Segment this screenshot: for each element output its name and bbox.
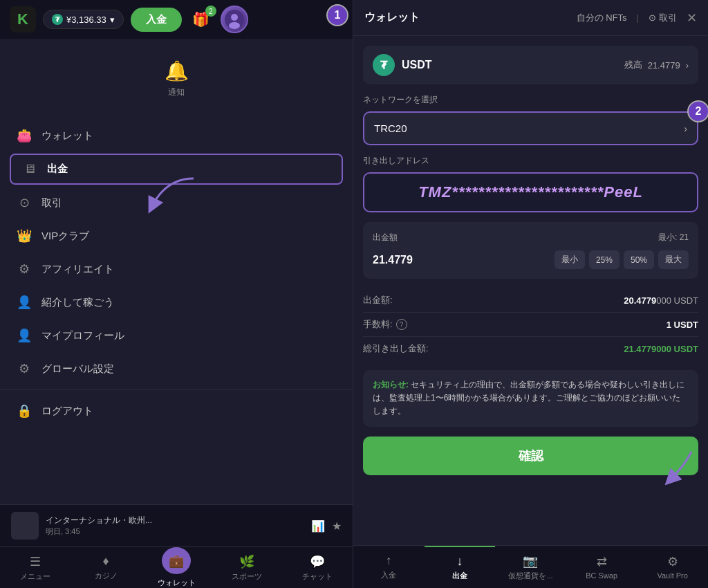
- rnav-deposit[interactable]: ↑ 入金: [353, 546, 425, 588]
- right-panel: ウォレット 自分の NFTs | ⊙ 取引 ✕ ₮ USDT 残高 21.477…: [353, 0, 708, 588]
- avatar[interactable]: [221, 6, 248, 33]
- crypto-nav-icon: 📷: [523, 553, 538, 569]
- notice-box: お知らせ: セキュリティ上の理由で、出金額が多額である場合や疑わしい引き出しには…: [363, 370, 698, 427]
- chat-nav-icon: 💬: [310, 554, 325, 569]
- fee-label: 手数料: ?: [363, 318, 407, 331]
- nav-casino[interactable]: ♦ カジノ: [71, 547, 141, 588]
- notification-area: 🔔 通知: [0, 39, 353, 112]
- network-value: TRC20: [374, 122, 407, 134]
- menu-nav-icon: ☰: [30, 554, 41, 569]
- trade-icon: ⊙: [17, 195, 32, 210]
- right-content: ₮ USDT 残高 21.4779 › ネットワークを選択 TRC20 › 2 …: [353, 36, 708, 545]
- game-bar: インターナショナル・欧州... 明日, 3:45 📊 ★: [0, 504, 353, 546]
- vault-nav-icon: ⚙: [667, 554, 678, 569]
- nav-wallet[interactable]: 💼 ウォレット: [141, 547, 212, 588]
- 25pct-button[interactable]: 25%: [589, 250, 620, 269]
- left-panel: K ₮ ¥3,136.33 ▾ 入金 🎁 2 1 🔔 通知 👛 ウォレット 🖥 …: [0, 0, 353, 588]
- balance-label: 残高: [624, 59, 642, 71]
- star-icon: ★: [332, 520, 342, 533]
- max-button[interactable]: 最大: [658, 250, 689, 269]
- menu-item-logout[interactable]: 🔒 ログアウト: [0, 394, 353, 428]
- total-value: 21.4779000 USDT: [624, 344, 698, 354]
- withdraw-nav-icon: ↓: [456, 554, 463, 569]
- right-bottom-nav: ↑ 入金 ↓ 出金 📷 仮想通貨を... ⇄ BC Swap ⚙ Vault P…: [353, 545, 708, 588]
- amount-label: 出金額: [373, 232, 398, 244]
- confirm-btn-wrap: 確認: [363, 437, 698, 475]
- bcswap-nav-icon: ⇄: [597, 554, 607, 569]
- fee-info-icon[interactable]: ?: [396, 319, 407, 330]
- summary-section: 出金額: 20.4779000 USDT 手数料: ? 1 USDT 総引き出し…: [363, 288, 698, 360]
- menu-item-settings[interactable]: ⚙ グローバル設定: [0, 352, 353, 385]
- vip-icon: 👑: [17, 228, 32, 244]
- rnav-bcswap[interactable]: ⇄ BC Swap: [566, 546, 637, 588]
- gift-badge: 2: [205, 6, 216, 17]
- 50pct-button[interactable]: 50%: [624, 250, 654, 269]
- trade-link[interactable]: ⊙ 取引: [649, 12, 677, 24]
- deposit-button[interactable]: 入金: [131, 8, 182, 32]
- chevron-right-icon: ›: [686, 60, 689, 71]
- currency-name: USDT: [402, 59, 432, 71]
- gift-icon[interactable]: 🎁 2: [189, 7, 214, 32]
- usdt-row[interactable]: ₮ USDT 残高 21.4779 ›: [363, 46, 698, 84]
- right-header: ウォレット 自分の NFTs | ⊙ 取引 ✕: [353, 0, 708, 36]
- address-value: TMZ***********************PeeL: [418, 183, 643, 201]
- network-label: ネットワークを選択: [363, 94, 698, 106]
- game-time: 明日, 3:45: [46, 526, 152, 537]
- close-button[interactable]: ✕: [687, 10, 697, 26]
- tether-icon: ₮: [373, 54, 395, 76]
- right-panel-title: ウォレット: [364, 10, 420, 25]
- wallet-nav-icon: 💼: [162, 547, 191, 574]
- fee-row: 手数料: ? 1 USDT: [363, 313, 698, 337]
- svg-point-2: [229, 22, 240, 29]
- address-field[interactable]: TMZ***********************PeeL: [363, 172, 698, 212]
- deposit-nav-icon: ↑: [386, 553, 392, 568]
- game-thumbnail: [11, 512, 39, 540]
- withdrawal-value: 20.4779000 USDT: [624, 295, 698, 306]
- annotation-circle-1: 1: [326, 4, 348, 26]
- logo-icon[interactable]: K: [10, 6, 36, 33]
- menu-item-profile[interactable]: 👤 マイプロフィール: [0, 319, 353, 352]
- referral-icon: 👤: [17, 295, 32, 310]
- game-title: インターナショナル・欧州...: [46, 515, 152, 526]
- amount-section: 出金額 最小: 21 21.4779 最小 25% 50% 最大: [363, 222, 698, 279]
- bottom-nav: ☰ メニュー ♦ カジノ 💼 ウォレット 🌿 スポーツ 💬 チャット: [0, 546, 353, 588]
- chart-icon: 📊: [311, 520, 325, 533]
- min-label: 最小: 21: [658, 232, 689, 244]
- nav-chat[interactable]: 💬 チャット: [282, 547, 353, 588]
- menu-item-wallet[interactable]: 👛 ウォレット: [0, 119, 353, 152]
- top-bar: K ₮ ¥3,136.33 ▾ 入金 🎁 2: [0, 0, 353, 39]
- rnav-vault[interactable]: ⚙ Vault Pro: [637, 546, 708, 588]
- total-row: 総引き出し金額: 21.4779000 USDT: [363, 337, 698, 360]
- notice-bold: お知らせ:: [373, 380, 409, 389]
- nft-link[interactable]: 自分の NFTs: [577, 12, 627, 24]
- arrow-annotation-1: [124, 172, 207, 230]
- nav-sports[interactable]: 🌿 スポーツ: [212, 547, 282, 588]
- logout-icon: 🔒: [17, 403, 32, 419]
- withdrawal-label: 出金額:: [363, 294, 393, 306]
- balance-badge[interactable]: ₮ ¥3,136.33 ▾: [43, 10, 124, 29]
- rnav-withdraw[interactable]: ↓ 出金: [425, 546, 496, 588]
- casino-nav-icon: ♦: [102, 554, 109, 569]
- amount-value: 21.4779: [373, 254, 549, 266]
- total-label: 総引き出し金額:: [363, 342, 429, 355]
- nav-menu[interactable]: ☰ メニュー: [0, 547, 71, 588]
- min-button[interactable]: 最小: [555, 250, 585, 269]
- fee-value: 1 USDT: [667, 320, 698, 330]
- settings-icon: ⚙: [17, 361, 32, 376]
- profile-icon: 👤: [17, 328, 32, 343]
- confirm-button[interactable]: 確認: [363, 437, 698, 475]
- menu-divider: [0, 389, 353, 390]
- network-chevron-icon: ›: [684, 123, 687, 134]
- sports-nav-icon: 🌿: [239, 554, 254, 569]
- menu-item-referral[interactable]: 👤 紹介して稼ごう: [0, 286, 353, 319]
- menu-item-affiliate[interactable]: ⚙ アフィリエイト: [0, 252, 353, 286]
- rnav-crypto[interactable]: 📷 仮想通貨を...: [495, 546, 566, 588]
- bell-icon: 🔔: [165, 59, 189, 82]
- withdraw-icon: 🖥: [22, 162, 37, 176]
- withdrawal-row: 出金額: 20.4779000 USDT: [363, 288, 698, 313]
- annotation-circle-2: 2: [687, 100, 708, 122]
- tether-dot: ₮: [52, 14, 63, 25]
- network-select[interactable]: TRC20 › 2: [363, 111, 698, 145]
- wallet-icon: 👛: [17, 128, 32, 143]
- address-label: 引き出しアドレス: [363, 155, 698, 167]
